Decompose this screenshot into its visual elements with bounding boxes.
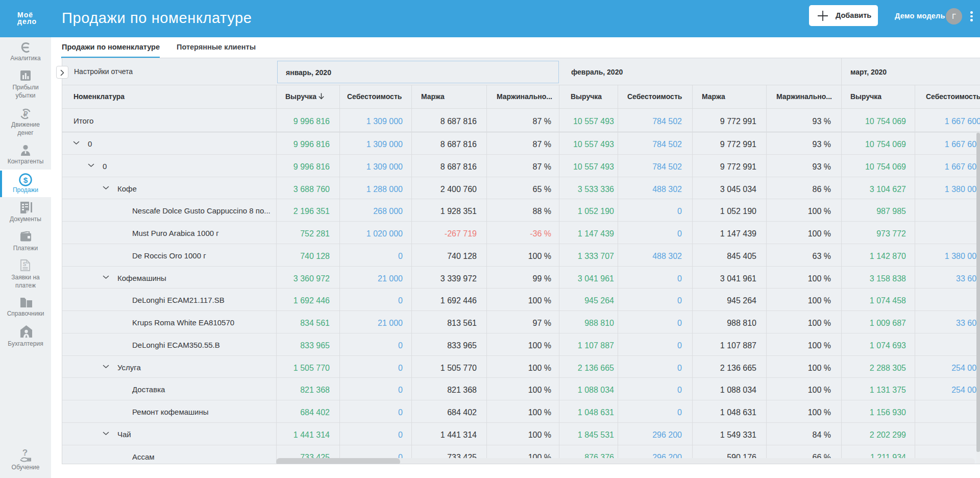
- svg-text:$: $: [23, 176, 28, 184]
- svg-text:?: ?: [22, 448, 28, 458]
- svg-text:S: S: [23, 261, 27, 267]
- svg-text:₽: ₽: [23, 110, 28, 118]
